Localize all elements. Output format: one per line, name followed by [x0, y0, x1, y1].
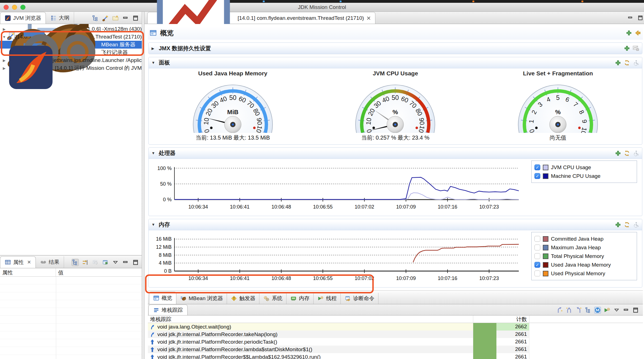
column-header-stacktrace[interactable]: 堆栈跟踪 [148, 315, 473, 323]
restore-icon[interactable] [92, 259, 99, 266]
legend-swatch [543, 245, 548, 250]
plus-icon[interactable] [615, 221, 621, 228]
pin-icon[interactable] [102, 259, 109, 266]
legend-checkbox[interactable] [534, 253, 540, 259]
legend-item[interactable]: ✓JVM CPU Usage [534, 163, 634, 172]
minimize-icon[interactable] [122, 259, 129, 266]
legend-checkbox[interactable] [534, 271, 540, 276]
tree-icon[interactable] [585, 307, 591, 313]
close-icon[interactable]: ✕ [27, 259, 31, 265]
page-tab-1[interactable]: MBean 浏览器 [176, 293, 227, 304]
column-header-attribute[interactable]: 属性 [0, 268, 56, 276]
swap-icon[interactable] [624, 221, 630, 228]
maximize-icon[interactable] [132, 259, 139, 266]
section-title-jmx[interactable]: JMX 数据持久性设置 [159, 45, 211, 52]
expander-icon[interactable]: ▼ [2, 35, 7, 39]
editor-tab[interactable]: [14.0.1] com.flydean.eventstream.ThreadT… [147, 12, 375, 24]
page-tab-2[interactable]: 触发器 [227, 293, 259, 304]
legend-swatch [543, 262, 548, 268]
legend-checkbox[interactable] [534, 236, 540, 242]
legend-checkbox[interactable]: ✓ [534, 262, 540, 268]
stacktrace-count-cell: 2661 [473, 331, 529, 338]
link-tree-icon[interactable] [92, 15, 99, 21]
import-icon[interactable] [82, 259, 89, 266]
svg-text:12 MiB: 12 MiB [156, 244, 172, 250]
nav-into-icon[interactable] [556, 307, 563, 313]
count-bar [473, 346, 496, 353]
column-header-count[interactable]: 计数 [473, 315, 529, 323]
minimize-window-button[interactable] [12, 5, 17, 10]
nav-out-icon[interactable] [575, 307, 582, 313]
method-profiling-icon[interactable] [594, 307, 601, 313]
gauge-jvm-cpu-usage: JVM CPU Usage0102030405060708090100%当前: … [315, 70, 476, 142]
expander-icon[interactable]: ▶ [2, 27, 7, 31]
page-tab-6[interactable]: 诊断命令 [341, 293, 378, 304]
plus-icon[interactable] [615, 59, 621, 66]
system-icon [263, 295, 269, 301]
new-folder-icon[interactable] [112, 15, 119, 21]
tree-icon[interactable] [72, 259, 79, 266]
sidebar-tab-outline[interactable]: 大纲 [46, 12, 74, 24]
section-title-memory[interactable]: 内存 [159, 221, 170, 228]
expander-icon[interactable]: ▶ [2, 66, 7, 70]
expander-icon[interactable]: ▶ [2, 58, 7, 63]
maximize-icon[interactable] [632, 307, 639, 313]
minimize-icon[interactable] [623, 307, 629, 313]
minimize-icon[interactable] [122, 15, 129, 21]
wand-icon[interactable] [102, 15, 109, 21]
swap-icon[interactable] [624, 59, 630, 66]
plus-icon[interactable] [615, 150, 621, 157]
line-chart: 0 %50 %100 %10:06:3410:06:4110:06:4810:0… [149, 161, 524, 214]
legend-checkbox[interactable]: ✓ [534, 173, 540, 179]
legend-item[interactable]: Used Physical Memory [534, 269, 634, 278]
stacktrace-row[interactable]: void jdk.jfr.internal.PlatformRecorder.p… [148, 338, 643, 346]
legend-item[interactable]: ✓Used Java Heap Memory [534, 260, 634, 269]
nav-back-icon[interactable] [566, 307, 572, 313]
expander-icon[interactable]: ▼ [151, 151, 156, 155]
expander-icon[interactable]: ▼ [151, 61, 156, 65]
dropdown-icon[interactable] [613, 307, 620, 313]
stacktrace-tab[interactable]: 堆栈跟踪 [148, 305, 188, 315]
zoom-window-button[interactable] [20, 5, 25, 10]
series-jvm-cpu-usage [174, 193, 519, 199]
properties-tab-attributes[interactable]: 属性✕ [0, 256, 36, 268]
stacktrace-row[interactable]: void jdk.jfr.internal.PlatformRecorder.l… [148, 346, 643, 353]
legend-checkbox[interactable] [534, 245, 540, 250]
sidebar-tab-jvm-browser[interactable]: JVM 浏览器 [0, 12, 46, 24]
stacktrace-count-cell: 2661 [473, 338, 529, 346]
stacktrace-method-cell: void jdk.jfr.internal.PlatformRecorder$$… [148, 353, 473, 359]
properties-tab-results[interactable]: 结果 [36, 256, 64, 268]
maximize-icon[interactable] [132, 15, 139, 21]
stacktrace-row[interactable]: void jdk.jfr.internal.PlatformRecorder$$… [148, 353, 643, 359]
plus-icon[interactable] [624, 45, 630, 52]
close-icon[interactable] [366, 16, 371, 21]
tree-item[interactable]: ▶[14.0.1] 运行 Mission Control 的 JVM [0, 64, 142, 72]
minimize-icon[interactable] [627, 15, 633, 21]
legend-item[interactable]: ✓Machine CPU Usage [534, 172, 634, 180]
section-title-processor[interactable]: 处理器 [159, 149, 176, 157]
gold-arrow-icon[interactable] [634, 30, 641, 36]
page-tab-5[interactable]: 线程 [314, 293, 341, 304]
stacktrace-row[interactable]: void java.lang.Object.wait(long)2662 [148, 323, 643, 331]
page-tab-4[interactable]: 内存 [287, 293, 314, 304]
stacktrace-row[interactable]: void jdk.jfr.internal.PlatformRecorder.t… [148, 331, 643, 338]
dropdown-icon[interactable] [112, 259, 119, 266]
expander-icon[interactable]: ▶ [151, 46, 156, 51]
swap-icon[interactable] [624, 150, 630, 157]
legend-item[interactable]: Committed Java Heap [534, 234, 634, 243]
legend-item[interactable]: Total Physical Memory [534, 252, 634, 260]
section-title-dashboard[interactable]: 面板 [159, 59, 170, 66]
column-header-value[interactable]: 值 [56, 268, 142, 276]
vertical-splitter[interactable] [142, 12, 145, 359]
legend-checkbox[interactable]: ✓ [534, 164, 540, 170]
legend-item[interactable]: Maximum Java Heap [534, 243, 634, 252]
plus-icon[interactable] [626, 30, 632, 36]
maximize-icon[interactable] [637, 15, 643, 21]
stacktrace-table: void java.lang.Object.wait(long)2662void… [148, 323, 643, 359]
stacktrace-tab-label: 堆栈跟踪 [162, 307, 183, 314]
expander-icon[interactable]: ▼ [151, 222, 156, 227]
page-tab-3[interactable]: 系统 [259, 293, 287, 304]
page-tab-0[interactable]: 概览 [149, 292, 176, 304]
run-gear-icon[interactable] [604, 307, 610, 313]
close-window-button[interactable] [4, 5, 9, 10]
